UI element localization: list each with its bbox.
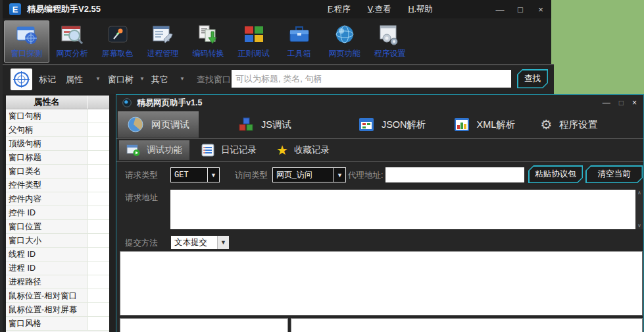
window-probe-icon (15, 23, 39, 47)
maximize-icon[interactable]: □ (619, 98, 624, 107)
request-body-textarea[interactable] (120, 251, 643, 316)
subtab-log-record[interactable]: 日记记录 (193, 140, 264, 160)
crosshair-probe-button[interactable] (11, 69, 32, 90)
web-functions-icon (333, 23, 357, 47)
main-window-title: 精易编程助手V2.55 (27, 3, 101, 15)
chevron-down-icon[interactable]: ▼ (95, 76, 101, 82)
toolbar-item-encode-convert[interactable]: 编码转换 (186, 20, 231, 63)
table-row[interactable]: 窗口位置 (6, 220, 109, 234)
submit-method-label: 提交方法 (125, 238, 158, 249)
toolbar-item-regex-debug[interactable]: 正则调试 (231, 20, 276, 63)
menu-program[interactable]: F.程序 (328, 4, 351, 15)
close-icon[interactable]: × (535, 5, 546, 14)
menu-view[interactable]: V.查看 (368, 4, 391, 15)
table-row[interactable]: 控件 ID (6, 206, 109, 220)
regex-debug-icon (242, 23, 266, 47)
table-row[interactable]: 鼠标位置-相对屏幕 (6, 303, 109, 317)
tab-program-settings[interactable]: ⚙ 程序设置 (531, 111, 607, 138)
tab-web-debug[interactable]: 网页调试 (118, 111, 199, 138)
maximize-icon[interactable]: □ (515, 5, 526, 14)
tab-js-debug[interactable]: JS调试 (229, 111, 301, 138)
child-tabbar: 网页调试 JS调试 JSON解析 XML解析 ⚙ 程序设置 (118, 111, 643, 138)
chevron-down-icon: ▼ (334, 168, 345, 182)
web-helper-window: 精易网页助手v1.5 — □ × 网页调试 JS调试 JSON解析 (116, 94, 644, 332)
find-window-label: 查找窗口 (197, 74, 231, 86)
chevron-down-icon[interactable]: ▼ (139, 76, 145, 82)
close-icon[interactable]: × (632, 98, 637, 107)
child-window-controls: — □ × (603, 95, 637, 111)
json-window-icon (359, 117, 374, 132)
find-button[interactable]: 查找 (517, 69, 548, 88)
request-type-select[interactable]: GET ▼ (170, 167, 220, 182)
bottom-right-panel[interactable] (291, 318, 643, 332)
submit-method-select[interactable]: 文本提交 ▼ (170, 235, 230, 250)
toolbar-item-app-settings[interactable]: 程序设置 (367, 20, 412, 63)
child-subtabbar: 调试功能 日记记录 ★ 收藏记录 (119, 140, 642, 161)
table-row[interactable]: 父句柄 (6, 123, 109, 137)
toolbar-item-window-probe[interactable]: 窗口探测 (4, 20, 49, 63)
bottom-left-panel[interactable] (120, 318, 288, 332)
table-row[interactable]: 窗口类名 (6, 165, 109, 179)
chevron-down-icon[interactable]: ▼ (180, 76, 185, 82)
menu-help[interactable]: H.帮助 (408, 4, 433, 15)
xml-chart-icon (454, 117, 470, 132)
access-type-label: 访问类型 (235, 170, 268, 181)
table-row[interactable]: 顶级句柄 (6, 137, 109, 151)
toolbar-item-toolbox[interactable]: 工具箱 (276, 20, 322, 63)
color-picker-icon (106, 23, 130, 47)
desktop: E 精易编程助手V2.55 F.程序 V.查看 H.帮助 — □ × 窗口探测 … (0, 0, 644, 332)
property-header-row: 属性名 (6, 96, 109, 109)
table-row[interactable]: 窗口大小 (6, 234, 109, 248)
tab-json-parse[interactable]: JSON解析 (349, 111, 435, 138)
toolbar-item-web-functions[interactable]: 网页功能 (322, 20, 367, 63)
clear-current-button[interactable]: 清空当前 (585, 165, 643, 183)
minimize-icon[interactable]: — (495, 5, 505, 14)
minimize-icon[interactable]: — (603, 98, 610, 107)
access-type-select[interactable]: 网页_访问 ▼ (272, 167, 346, 182)
crosshair-icon (12, 70, 30, 88)
toolbar-item-color-picker[interactable]: 屏幕取色 (95, 20, 140, 63)
scroll-down-icon[interactable]: ∨ (637, 223, 641, 229)
table-row[interactable]: 窗口标题 (6, 151, 109, 165)
window-tree-button[interactable]: 窗口树 (108, 74, 134, 86)
table-row[interactable]: 线程 ID (6, 248, 109, 262)
scrollbar[interactable]: ∧ ∨ (635, 190, 643, 229)
table-row[interactable]: 进程路径 (6, 275, 109, 289)
probe-toolbar: 标记 属性 ▼ 窗口树 ▼ 其它 ▼ 查找窗口 查找 (3, 65, 554, 94)
app-logo-icon: E (9, 3, 21, 15)
table-row[interactable]: 鼠标位置-相对窗口 (6, 289, 109, 303)
table-row[interactable]: 窗口风格 (6, 317, 109, 331)
app-settings-icon (378, 23, 402, 47)
encode-convert-icon (197, 23, 220, 47)
attributes-button[interactable]: 属性 (66, 74, 83, 86)
star-icon: ★ (276, 144, 288, 157)
divider (116, 161, 643, 162)
process-manager-icon (151, 23, 175, 47)
web-analyze-icon (61, 23, 84, 47)
table-row[interactable]: 窗口句柄 (6, 109, 109, 123)
find-window-input[interactable] (232, 70, 511, 88)
child-titlebar[interactable]: 精易网页助手v1.5 — □ × (116, 95, 643, 111)
table-row[interactable]: 进程 ID (6, 262, 109, 275)
paste-protocol-button[interactable]: 粘贴协议包 (528, 165, 583, 183)
property-panel: 属性名 窗口句柄 父句柄 顶级句柄 窗口标题 窗口类名 控件类型 控件内容 控件… (6, 96, 109, 332)
divider (116, 138, 643, 139)
gear-icon: ⚙ (540, 118, 552, 131)
property-name-header: 属性名 (6, 96, 87, 109)
proxy-address-input[interactable] (385, 167, 524, 182)
table-row[interactable]: 控件类型 (6, 179, 109, 192)
table-row[interactable]: 控件内容 (6, 192, 109, 206)
scroll-up-icon[interactable]: ∧ (637, 190, 641, 196)
other-button[interactable]: 其它 (151, 74, 168, 86)
tab-xml-parse[interactable]: XML解析 (445, 111, 525, 138)
request-type-label: 请求类型 (125, 170, 158, 181)
toolbar-item-process-manager[interactable]: 进程管理 (140, 20, 186, 63)
subtab-favorites[interactable]: ★ 收藏记录 (269, 140, 337, 160)
request-url-label: 请求地址 (125, 192, 158, 204)
toolbar-item-web-analyze[interactable]: 网页分析 (49, 20, 95, 63)
chevron-down-icon: ▼ (207, 168, 219, 182)
mark-button[interactable]: 标记 (39, 74, 56, 86)
request-url-textarea[interactable] (170, 190, 635, 229)
subtab-debug-function[interactable]: 调试功能 (119, 140, 189, 160)
main-titlebar[interactable]: E 精易编程助手V2.55 F.程序 V.查看 H.帮助 — □ × (3, 0, 551, 18)
